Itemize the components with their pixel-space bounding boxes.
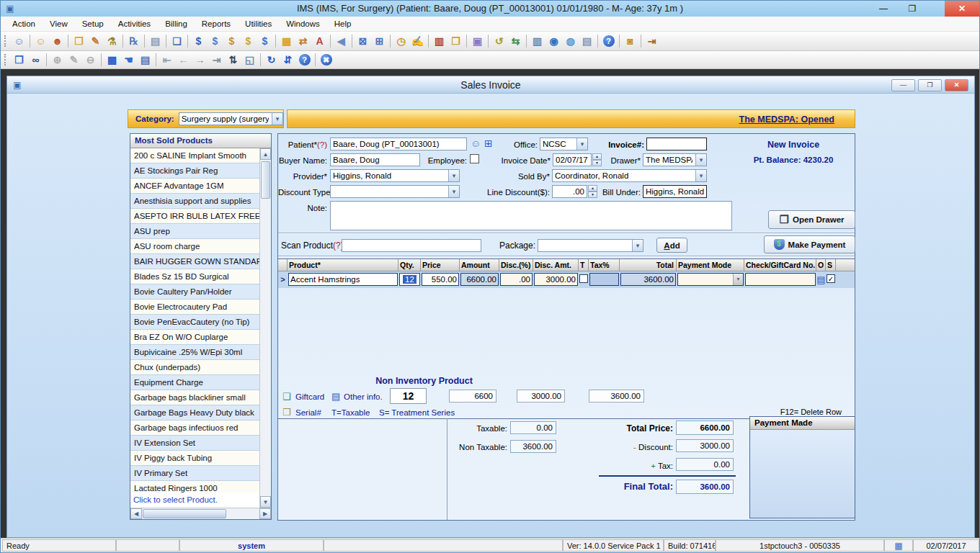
drawer-select[interactable]: The MEDSPA▾ <box>643 153 707 166</box>
cell-amount[interactable]: 6600.00 <box>460 273 499 286</box>
select-hand-icon[interactable]: ☚ <box>120 53 137 68</box>
product-list-item[interactable]: 200 c SALINE Implant Smooth <box>130 148 259 163</box>
chevron-down-icon[interactable]: ▾ <box>448 170 459 181</box>
find-icon[interactable]: ∞ <box>27 53 44 68</box>
other-info-icon[interactable]: ▤ <box>331 391 340 402</box>
menu-view[interactable]: View <box>43 17 75 32</box>
cell-disc-amt[interactable]: 3000.00 <box>534 273 578 286</box>
product-list-item[interactable]: ASU prep <box>130 224 259 239</box>
recall-icon[interactable]: ⇄ <box>295 34 311 49</box>
dialog-close-button[interactable]: ✕ <box>945 79 968 91</box>
scan-product-input[interactable] <box>342 239 481 252</box>
stats-icon[interactable]: ▥ <box>431 34 447 49</box>
cell-disc-pct[interactable]: .00 <box>500 273 533 286</box>
money-void-icon[interactable]: $ <box>257 34 273 49</box>
invoice-date-field[interactable]: 02/07/17 <box>553 153 592 166</box>
status-calendar-icon[interactable]: ▦ <box>884 539 913 552</box>
vscroll-thumb[interactable] <box>261 161 270 199</box>
patient-folder-icon[interactable]: ❐ <box>447 34 464 49</box>
patient-remove-icon[interactable]: ☻ <box>49 34 66 49</box>
scroll-left-icon[interactable]: ◀ <box>130 508 142 519</box>
chevron-down-icon[interactable]: ▾ <box>272 113 282 125</box>
cell-taxable-checkbox[interactable] <box>579 274 588 283</box>
product-list-item[interactable]: Bovie Caultery Pan/Holder <box>130 284 259 300</box>
app-minimize-button[interactable]: — <box>871 1 896 17</box>
provider-select[interactable]: Higgins, Ronald▾ <box>330 169 460 182</box>
employee-checkbox[interactable] <box>470 154 479 163</box>
column-header-taxable[interactable]: T <box>579 259 589 271</box>
undo-note-icon[interactable]: ↺ <box>491 34 507 49</box>
cell-total[interactable]: 3600.00 <box>620 273 676 286</box>
patient-check-icon[interactable]: ☺ <box>32 34 49 49</box>
giftcard-label[interactable]: Giftcard <box>295 392 324 401</box>
product-list-item[interactable]: BAIR HUGGER GOWN STANDARD <box>130 254 259 269</box>
product-list-item[interactable]: IV Extension Set <box>130 436 259 451</box>
schedule-clock-icon[interactable]: ◷ <box>393 34 409 49</box>
product-list-item[interactable]: Bovie Electrocautery Pad <box>130 300 259 315</box>
app-restore-button[interactable]: ❐ <box>900 1 925 17</box>
product-list-item[interactable]: Chux (underpads) <box>130 360 259 375</box>
column-header-product[interactable]: Product* <box>288 259 398 271</box>
serial-label[interactable]: Serial# <box>295 408 321 417</box>
appointment-edit-icon[interactable]: ✎ <box>87 34 104 49</box>
money-icon[interactable]: $ <box>190 34 207 49</box>
line-discount-field[interactable]: .00 <box>552 185 587 198</box>
chevron-down-icon[interactable]: ▾ <box>576 138 587 150</box>
product-list-item[interactable]: ASEPTO IRR BULB LATEX FREE <box>130 209 259 224</box>
menu-activities[interactable]: Activities <box>111 17 158 32</box>
product-list-item[interactable]: Anesthisia support and supplies <box>130 194 259 209</box>
column-header-check-no[interactable]: Check/GiftCard No. <box>744 259 816 271</box>
invoice-number-field[interactable] <box>646 138 707 150</box>
exchange-icon[interactable]: ⇆ <box>507 34 524 49</box>
paste-icon[interactable]: ▣ <box>469 34 486 49</box>
hscroll-thumb[interactable] <box>143 509 226 518</box>
product-list-item[interactable]: Garbage Bags Heavy Duty black <box>130 405 259 421</box>
patient-info-icon[interactable]: ☺ <box>471 138 481 149</box>
invoice-grid-row[interactable]: > Accent Hamstrings 12 550.00 6600.00 .0… <box>278 271 855 288</box>
column-header-qty[interactable]: Qty. <box>398 259 421 271</box>
menu-action[interactable]: Action <box>5 17 43 32</box>
product-list-item[interactable]: IV Piggy back Tubing <box>130 451 259 466</box>
buyer-name-field[interactable]: Baare, Doug <box>330 153 420 166</box>
product-list-vscrollbar[interactable]: ▲ ▼ <box>259 148 271 508</box>
statement-icon[interactable]: ▤ <box>579 34 595 49</box>
help2-icon[interactable]: ? <box>296 53 313 68</box>
scroll-right-icon[interactable]: ▶ <box>259 508 271 519</box>
cell-tax-pct[interactable] <box>589 273 619 286</box>
attach-document-icon[interactable]: ⊞ <box>484 138 493 149</box>
product-list-item[interactable]: Garbage bags blackliner small <box>130 390 259 405</box>
product-list-item[interactable]: Bra EZ On W/O Cuplarge <box>130 330 259 345</box>
lab-flask-icon[interactable]: ⚗ <box>104 34 120 49</box>
column-header-payment-mode[interactable]: Payment Mode <box>677 259 744 271</box>
close-window-icon[interactable]: ✖ <box>318 53 334 68</box>
chevron-down-icon[interactable]: ▾ <box>695 170 706 181</box>
chevron-down-icon[interactable]: ▾ <box>632 240 643 251</box>
add-button[interactable]: Add <box>656 238 687 253</box>
product-list-item[interactable]: Lactated Ringers 1000 <box>130 481 259 493</box>
product-list-item[interactable]: Equipment Charge <box>130 375 259 390</box>
product-list-item[interactable]: Bupivicaine .25% W/Epi 30ml <box>130 345 259 360</box>
cell-qty[interactable]: 12 <box>399 273 420 286</box>
calendar-icon[interactable]: ▦ <box>278 34 295 49</box>
product-list-hscrollbar[interactable]: ◀ ▶ <box>130 508 271 519</box>
open-drawer-button[interactable]: ❒ Open Drawer <box>768 210 855 229</box>
make-payment-button[interactable]: $ Make Payment <box>764 235 855 253</box>
menu-help[interactable]: Help <box>327 17 359 32</box>
copies-icon[interactable]: ❏ <box>169 34 185 49</box>
serial-icon[interactable]: ❒ <box>282 407 291 418</box>
camera-icon[interactable]: ◉ <box>545 34 562 49</box>
giftcard-icon[interactable]: ❑ <box>282 391 291 402</box>
money-hand-icon[interactable]: $ <box>240 34 257 49</box>
back-icon[interactable]: ◀ <box>333 34 349 49</box>
menu-windows[interactable]: Windows <box>279 17 327 32</box>
lock-icon[interactable]: ◙ <box>622 34 638 49</box>
money-doc-icon[interactable]: $ <box>207 34 223 49</box>
row-other-info-icon[interactable]: ▤ <box>816 271 826 288</box>
column-header-disc-amt[interactable]: Disc. Amt. <box>533 259 579 271</box>
refresh-config-icon[interactable]: ⇵ <box>280 53 296 68</box>
category-select[interactable]: Surgery supply (surgery s ▾ <box>179 112 283 125</box>
chart-folder-icon[interactable]: ❐ <box>71 34 87 49</box>
preview-icon[interactable]: ◱ <box>241 53 258 68</box>
document-icon[interactable]: ▤ <box>147 34 164 49</box>
person-money-icon[interactable]: $ <box>223 34 240 49</box>
